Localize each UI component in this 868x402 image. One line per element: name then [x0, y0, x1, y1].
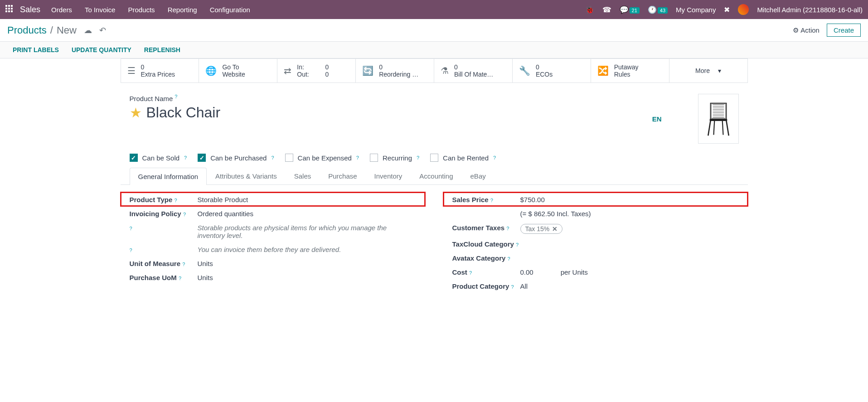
menu-to-invoice[interactable]: To Invoice	[85, 6, 116, 14]
stat-label: Bill Of Mate…	[454, 71, 493, 78]
tab-sales[interactable]: Sales	[286, 167, 320, 184]
remove-tag-icon[interactable]: ✕	[552, 225, 558, 232]
cost-label: Cost	[452, 268, 467, 276]
stat-reordering[interactable]: 🔄 0 Reordering …	[355, 59, 434, 82]
help-icon[interactable]: ?	[182, 262, 185, 267]
uom-value[interactable]: Units	[198, 259, 416, 267]
bug-icon[interactable]: 🐞	[585, 5, 594, 14]
sales-price-value[interactable]: $750.00	[520, 195, 739, 203]
tax-tag[interactable]: Tax 15% ✕	[520, 224, 563, 234]
product-name-label: Product Name	[130, 95, 173, 102]
can-be-rented-checkbox[interactable]	[430, 154, 438, 162]
avatar[interactable]	[738, 4, 749, 15]
company-selector[interactable]: My Company	[676, 6, 716, 14]
purchase-uom-value[interactable]: Units	[198, 273, 416, 281]
create-button[interactable]: Create	[827, 24, 861, 37]
tab-general-information[interactable]: General Information	[130, 168, 207, 185]
app-name[interactable]: Sales	[20, 5, 40, 15]
help-icon[interactable]: ?	[516, 242, 519, 247]
taxcloud-value[interactable]	[529, 239, 739, 240]
can-be-sold-checkbox[interactable]	[130, 154, 138, 162]
product-image[interactable]	[698, 94, 739, 144]
invoicing-policy-value[interactable]: Ordered quantities	[198, 209, 416, 218]
help-icon[interactable]: ?	[506, 226, 509, 231]
user-menu[interactable]: Mitchell Admin (22118808-16-0-all)	[757, 6, 863, 14]
action-dropdown[interactable]: ⚙ Action	[793, 26, 820, 34]
cost-value[interactable]: 0.00	[520, 268, 533, 276]
product-name-input[interactable]: Black Chair	[146, 104, 221, 121]
stat-more[interactable]: More ▾	[669, 59, 747, 82]
product-type-row: Product Type ? Storable Product	[121, 192, 425, 206]
invoicing-policy-row: Invoicing Policy ? Ordered quantities	[121, 206, 425, 220]
help-icon[interactable]: ?	[175, 94, 177, 99]
discard-icon[interactable]: ↶	[99, 25, 106, 35]
can-be-expensed-label: Can be Expensed	[298, 154, 352, 162]
stat-value: 0	[536, 63, 553, 71]
stat-go-to-website[interactable]: 🌐 Go To Website	[199, 59, 277, 82]
favorite-star-icon[interactable]: ★	[130, 105, 142, 121]
messages-icon[interactable]: 💬21	[620, 5, 640, 14]
help-row-1: ? Storable products are physical items f…	[121, 220, 425, 242]
activities-icon[interactable]: 🕐43	[648, 5, 668, 14]
can-be-purchased-checkbox[interactable]	[198, 154, 206, 162]
tab-inventory[interactable]: Inventory	[366, 167, 411, 184]
help-icon[interactable]: ?	[179, 276, 181, 281]
help-icon[interactable]: ?	[271, 155, 274, 160]
support-icon[interactable]: ☎	[602, 5, 611, 14]
help-icon[interactable]: ?	[417, 155, 419, 160]
stat-bom[interactable]: ⚗ 0 Bill Of Mate…	[434, 59, 512, 82]
breadcrumb-current: New	[57, 24, 77, 36]
help-icon[interactable]: ?	[493, 155, 496, 160]
help-icon[interactable]: ?	[508, 256, 510, 262]
avatax-value[interactable]	[520, 253, 739, 254]
can-be-expensed-checkbox[interactable]	[285, 154, 293, 162]
save-icon[interactable]: ☁	[84, 25, 92, 35]
stat-in-out[interactable]: ⇄ In:0 Out:0	[277, 59, 355, 82]
product-category-value[interactable]: All	[520, 281, 739, 290]
help-icon[interactable]: ?	[183, 212, 186, 217]
cost-per: per Units	[561, 268, 588, 276]
help-icon[interactable]: ?	[511, 284, 514, 290]
help-icon[interactable]: ?	[184, 155, 187, 160]
form-grid: Product Type ? Storable Product Invoicin…	[121, 185, 748, 300]
help-text-2: You can invoice them before they are del…	[198, 245, 416, 253]
menu-reporting[interactable]: Reporting	[168, 6, 197, 14]
stat-label: Extra Prices	[141, 71, 175, 78]
help-icon[interactable]: ?	[130, 226, 132, 231]
stat-extra-prices[interactable]: ☰ 0 Extra Prices	[121, 59, 199, 82]
tools-icon[interactable]: ✖	[724, 5, 730, 14]
print-labels-button[interactable]: PRINT LABELS	[13, 46, 59, 53]
breadcrumb-root[interactable]: Products	[7, 24, 47, 36]
replenish-button[interactable]: REPLENISH	[144, 46, 180, 53]
stat-ecos[interactable]: 🔧 0 ECOs	[512, 59, 591, 82]
tab-purchase[interactable]: Purchase	[320, 167, 365, 184]
sub-actions: PRINT LABELS UPDATE QUANTITY REPLENISH	[0, 42, 868, 58]
apps-icon[interactable]	[5, 5, 15, 14]
tab-ebay[interactable]: eBay	[462, 167, 495, 184]
activities-badge: 43	[658, 7, 668, 14]
help-icon[interactable]: ?	[469, 270, 472, 276]
recurring-checkbox[interactable]	[370, 154, 378, 162]
product-type-value[interactable]: Storable Product	[198, 195, 416, 203]
transfer-icon: ⇄	[284, 65, 291, 76]
gear-icon: ⚙	[793, 26, 799, 34]
wrench-icon: 🔧	[519, 65, 530, 76]
menu-configuration[interactable]: Configuration	[210, 6, 250, 14]
recurring-label: Recurring	[383, 154, 412, 162]
help-icon[interactable]: ?	[130, 247, 132, 253]
tab-attributes-variants[interactable]: Attributes & Variants	[207, 167, 286, 184]
help-icon[interactable]: ?	[174, 198, 177, 203]
lang-badge[interactable]: EN	[652, 115, 662, 123]
help-icon[interactable]: ?	[490, 198, 493, 203]
help-icon[interactable]: ?	[356, 155, 359, 160]
stat-putaway[interactable]: 🔀 Putaway Rules	[591, 59, 669, 82]
top-menu: Orders To Invoice Products Reporting Con…	[51, 6, 250, 14]
customer-taxes-row: Customer Taxes ? Tax 15% ✕	[443, 220, 748, 237]
globe-icon: 🌐	[205, 65, 217, 76]
menu-orders[interactable]: Orders	[51, 6, 72, 14]
tab-accounting[interactable]: Accounting	[411, 167, 461, 184]
svg-line-2	[713, 121, 714, 135]
stat-value: 0	[379, 63, 418, 71]
update-quantity-button[interactable]: UPDATE QUANTITY	[72, 46, 131, 53]
menu-products[interactable]: Products	[128, 6, 155, 14]
